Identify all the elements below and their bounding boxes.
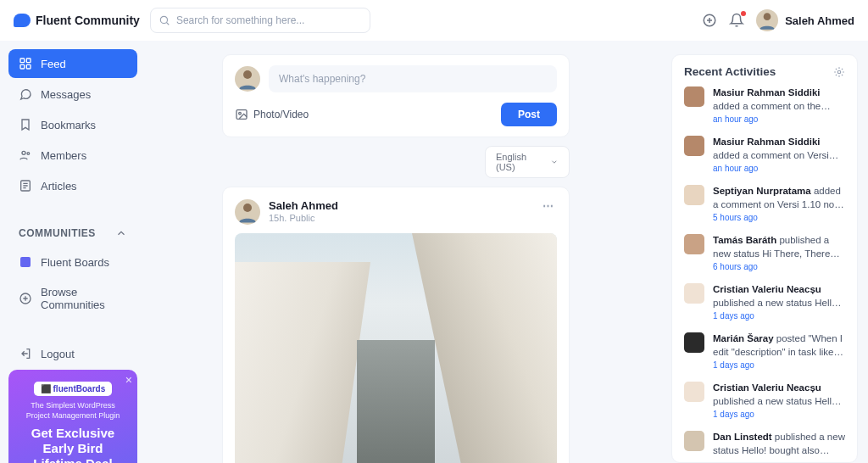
recent-activities-panel: Recent Activities Masiur Rahman Siddiki …	[671, 54, 858, 463]
sidebar-item-messages[interactable]: Messages	[8, 80, 137, 109]
plus-circle-icon	[19, 292, 32, 305]
promo-sub: The Simplest WordPress Project Managemen…	[19, 401, 127, 421]
svg-rect-4	[26, 59, 31, 63]
search-wrap	[150, 8, 370, 33]
sidebar-label: Messages	[41, 88, 91, 101]
sidebar-label: Logout	[41, 348, 75, 360]
post-menu-button[interactable]: ⋯	[539, 199, 557, 212]
sidebar-item-logout[interactable]: Logout	[8, 339, 137, 368]
activity-text: Dan Linstedt published a new status Hell…	[713, 431, 845, 457]
sidebar-label: Feed	[41, 58, 66, 70]
notifications-icon[interactable]	[729, 13, 744, 28]
language-selector[interactable]: English (US)	[485, 146, 570, 178]
messages-icon	[19, 87, 32, 101]
sidebar-item-fluent-boards[interactable]: Fluent Boards	[8, 248, 137, 276]
svg-rect-3	[20, 59, 25, 63]
svg-point-15	[243, 204, 252, 212]
activity-item[interactable]: Cristian Valeriu Neacșu published a new …	[684, 283, 845, 321]
activity-item[interactable]: Cristian Valeriu Neacșu published a new …	[684, 382, 845, 419]
chevron-down-icon	[550, 157, 559, 167]
avatar	[684, 136, 704, 156]
activity-text: Septiyan Nurpratama added a comment on V…	[713, 185, 845, 211]
brand-text: Fluent Community	[36, 14, 140, 27]
activity-time: 1 days ago	[713, 410, 845, 419]
gear-icon[interactable]	[833, 66, 845, 78]
activity-time: 6 hours ago	[713, 262, 845, 271]
activity-item[interactable]: Tamás Baráth published a new status Hi T…	[684, 234, 845, 271]
activity-item[interactable]: Septiyan Nurpratama added a comment on V…	[684, 185, 845, 222]
sidebar-label: Fluent Boards	[41, 256, 109, 269]
topbar: Fluent Community Saleh Ahmed	[0, 0, 868, 41]
sidebar: Feed Messages Bookmarks Members Articles…	[0, 41, 146, 463]
image-icon	[235, 108, 248, 121]
sidebar-item-browse-communities[interactable]: Browse Communities	[8, 278, 137, 319]
notification-dot	[741, 11, 746, 16]
brand[interactable]: Fluent Community	[14, 14, 140, 27]
sidebar-label: Bookmarks	[41, 119, 96, 131]
photo-video-button[interactable]: Photo/Video	[235, 108, 309, 121]
svg-point-12	[243, 70, 252, 79]
composer-input[interactable]	[269, 65, 557, 92]
avatar	[684, 185, 704, 205]
promo-badge: ⬛ fluentBoards	[34, 382, 112, 396]
svg-point-16	[837, 70, 841, 74]
post-image[interactable]	[235, 233, 557, 463]
post-meta: 15h. Public	[269, 213, 531, 223]
members-icon	[19, 148, 32, 162]
avatar	[684, 283, 704, 304]
post-card: Saleh Ahmed 15h. Public ⋯	[222, 187, 570, 463]
close-icon[interactable]: ×	[125, 373, 132, 387]
svg-rect-6	[26, 64, 31, 69]
panel-title: Recent Activities	[684, 65, 776, 78]
main-feed: Photo/Video Post English (US) Saleh Ahme…	[146, 41, 671, 463]
boards-icon	[19, 255, 32, 269]
communities-header[interactable]: COMMUNITIES	[8, 220, 137, 246]
activity-time: 1 days ago	[713, 311, 845, 321]
top-icons: Saleh Ahmed	[702, 9, 854, 31]
section-title: COMMUNITIES	[19, 227, 96, 239]
svg-point-14	[239, 112, 242, 114]
activity-item[interactable]: Marián Šaray posted "When I edit "descri…	[684, 332, 845, 370]
svg-rect-10	[20, 257, 31, 267]
promo-card: × ⬛ fluentBoards The Simplest WordPress …	[8, 370, 137, 463]
sidebar-label: Members	[41, 149, 86, 162]
sidebar-item-articles[interactable]: Articles	[8, 171, 137, 200]
activity-item[interactable]: Masiur Rahman Siddiki added a comment on…	[684, 86, 845, 124]
post-author[interactable]: Saleh Ahmed	[269, 199, 531, 212]
search-icon	[159, 14, 170, 26]
sidebar-item-bookmarks[interactable]: Bookmarks	[8, 110, 137, 139]
activity-item[interactable]: Dan Linstedt published a new status Hell…	[684, 431, 845, 459]
sidebar-item-feed[interactable]: Feed	[8, 49, 137, 78]
right-column: Recent Activities Masiur Rahman Siddiki …	[671, 41, 868, 463]
logout-icon	[19, 347, 32, 360]
activity-text: Masiur Rahman Siddiki added a comment on…	[713, 136, 845, 162]
activity-text: Tamás Baráth published a new status Hi T…	[713, 234, 845, 260]
avatar	[684, 234, 704, 254]
language-label: English (US)	[496, 152, 538, 172]
composer: Photo/Video Post	[222, 54, 570, 137]
svg-point-0	[160, 16, 167, 23]
sidebar-label: Browse Communities	[41, 286, 127, 311]
post-button[interactable]: Post	[501, 103, 557, 126]
svg-point-8	[27, 153, 30, 155]
activity-item[interactable]: Masiur Rahman Siddiki added a comment on…	[684, 136, 845, 173]
activity-time: an hour ago	[713, 164, 845, 173]
search-input[interactable]	[150, 8, 370, 33]
activity-time: 1 days ago	[713, 360, 845, 370]
activity-time: 5 hours ago	[713, 213, 845, 222]
media-label: Photo/Video	[253, 109, 309, 120]
activity-text: Masiur Rahman Siddiki added a comment on…	[713, 86, 845, 113]
create-icon[interactable]	[702, 13, 717, 28]
activity-text: Cristian Valeriu Neacșu published a new …	[713, 283, 845, 310]
avatar	[235, 66, 260, 92]
svg-rect-5	[20, 64, 25, 69]
sidebar-item-members[interactable]: Members	[8, 141, 137, 170]
svg-point-7	[22, 151, 25, 154]
user-chip[interactable]: Saleh Ahmed	[756, 9, 854, 31]
avatar[interactable]	[235, 199, 260, 225]
avatar	[756, 9, 778, 31]
bookmark-icon	[19, 118, 32, 131]
articles-icon	[19, 179, 32, 192]
avatar	[684, 431, 704, 451]
activity-time: an hour ago	[713, 114, 845, 124]
